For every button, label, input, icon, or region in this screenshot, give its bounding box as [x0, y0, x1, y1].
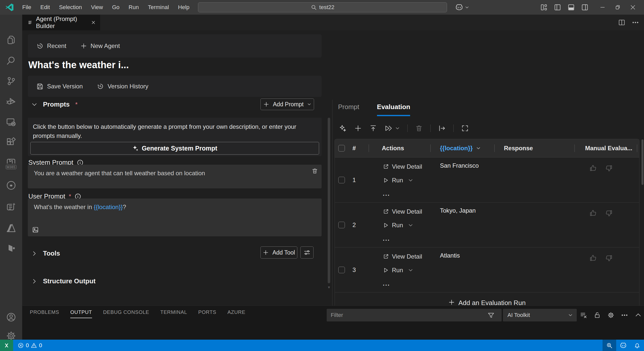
prompts-section-header[interactable]: Prompts *: [31, 101, 78, 108]
recent-button[interactable]: Recent: [36, 42, 66, 49]
view-detail-button[interactable]: View Detail: [383, 208, 430, 215]
command-center-search[interactable]: test22: [198, 2, 447, 12]
panel-tab-output[interactable]: OUTPUT: [70, 309, 92, 318]
run-all-button[interactable]: [385, 124, 400, 132]
split-editor-icon[interactable]: [618, 19, 625, 26]
run-debug-icon[interactable]: [6, 96, 16, 107]
toggle-primary-sidebar-icon[interactable]: [554, 4, 561, 11]
copilot-status-icon[interactable]: [616, 340, 630, 351]
output-filter-input[interactable]: [327, 309, 502, 321]
thumbs-down-icon[interactable]: [605, 164, 613, 202]
menu-edit[interactable]: Edit: [37, 3, 53, 12]
panel-settings-gear-icon[interactable]: [607, 312, 614, 319]
version-history-button[interactable]: Version History: [97, 83, 148, 90]
accounts-icon[interactable]: [6, 312, 16, 322]
run-button[interactable]: Run: [383, 267, 430, 274]
restore-icon[interactable]: [610, 0, 625, 15]
output-channel-select[interactable]: AI Toolkit: [503, 309, 577, 321]
menu-view[interactable]: View: [87, 3, 106, 12]
github-icon[interactable]: [6, 180, 16, 190]
m365-toolkit-icon[interactable]: M365: [6, 158, 16, 169]
row-checkbox[interactable]: [338, 222, 345, 228]
lock-scroll-icon[interactable]: [594, 312, 601, 319]
thumbs-down-icon[interactable]: [605, 254, 613, 292]
run-button[interactable]: Run: [383, 222, 430, 229]
settings-gear-icon[interactable]: [6, 331, 16, 341]
row-checkbox[interactable]: [338, 267, 345, 273]
menu-file[interactable]: File: [19, 3, 35, 12]
panel-tab-problems[interactable]: PROBLEMS: [30, 309, 59, 318]
structure-output-section-header[interactable]: Structure Output: [31, 277, 96, 285]
teams-toolkit-icon[interactable]: [6, 202, 16, 212]
maximize-panel-icon[interactable]: [635, 312, 642, 319]
user-prompt-textarea[interactable]: What's the weather in {{location}}?: [28, 198, 322, 236]
thumbs-up-icon[interactable]: [589, 254, 597, 292]
panel-tab-azure[interactable]: AZURE: [228, 309, 246, 318]
tab-evaluation[interactable]: Evaluation: [377, 103, 410, 116]
menu-run[interactable]: Run: [125, 3, 142, 12]
filter-funnel-icon[interactable]: [487, 312, 495, 319]
remote-indicator[interactable]: [0, 340, 13, 351]
more-options-button[interactable]: ...: [383, 235, 430, 242]
view-detail-button[interactable]: View Detail: [383, 253, 430, 260]
import-dataset-icon[interactable]: [369, 124, 377, 132]
panel-tab-terminal[interactable]: TERMINAL: [160, 309, 187, 318]
ai-toolkit-icon[interactable]: [6, 243, 16, 253]
panel-tab-ports[interactable]: PORTS: [198, 309, 216, 318]
azure-icon[interactable]: [6, 223, 16, 233]
menu-go[interactable]: Go: [108, 3, 123, 12]
col-location[interactable]: {{location}}: [440, 145, 473, 152]
save-version-button[interactable]: Save Version: [36, 83, 83, 90]
menu-terminal[interactable]: Terminal: [144, 3, 172, 12]
toggle-panel-icon[interactable]: [568, 4, 575, 11]
notifications-bell-icon[interactable]: [630, 340, 644, 351]
tab-agent-prompt-builder[interactable]: Agent (Prompt) Builder: [22, 15, 101, 30]
tab-prompt[interactable]: Prompt: [338, 103, 359, 116]
search-view-icon[interactable]: [6, 56, 16, 66]
fullscreen-icon[interactable]: [461, 124, 469, 132]
clear-output-icon[interactable]: [580, 312, 587, 319]
explorer-icon[interactable]: [6, 35, 16, 45]
export-dataset-icon[interactable]: [438, 124, 446, 132]
run-button[interactable]: Run: [383, 177, 430, 184]
trash-icon[interactable]: [312, 168, 318, 174]
close-window-icon[interactable]: [625, 0, 640, 15]
scroll-down-arrow-icon[interactable]: ▾: [328, 285, 330, 290]
tools-section-header[interactable]: Tools: [31, 249, 60, 257]
problems-status[interactable]: 0 0: [18, 342, 42, 349]
add-prompt-button[interactable]: Add Prompt: [260, 98, 314, 110]
chevron-down-icon[interactable]: [476, 146, 481, 151]
extensions-icon[interactable]: [6, 137, 16, 147]
customize-layout-icon[interactable]: [540, 4, 547, 11]
tool-settings-button[interactable]: [300, 246, 314, 259]
add-row-icon[interactable]: [354, 124, 362, 132]
close-tab-icon[interactable]: [91, 20, 96, 25]
more-options-button[interactable]: ...: [383, 280, 430, 287]
more-actions-icon[interactable]: [632, 19, 639, 26]
more-options-button[interactable]: ...: [383, 190, 430, 197]
zoom-status-item[interactable]: [603, 340, 616, 351]
builder-scrollbar[interactable]: [328, 118, 330, 283]
generate-data-sparkle-icon[interactable]: [339, 124, 347, 132]
system-prompt-textarea[interactable]: You are a weather agent that can tell we…: [28, 165, 322, 188]
remote-explorer-icon[interactable]: [6, 117, 16, 127]
thumbs-up-icon[interactable]: [589, 209, 597, 247]
thumbs-down-icon[interactable]: [605, 209, 613, 247]
menu-help[interactable]: Help: [174, 3, 193, 12]
copilot-menu[interactable]: [455, 0, 469, 15]
minimize-icon[interactable]: [595, 0, 610, 15]
menu-selection[interactable]: Selection: [55, 3, 85, 12]
add-image-icon[interactable]: [32, 226, 39, 233]
view-detail-button[interactable]: View Detail: [383, 163, 430, 170]
generate-system-prompt-button[interactable]: Generate System Prompt: [30, 142, 319, 155]
toggle-secondary-sidebar-icon[interactable]: [581, 4, 588, 11]
panel-tab-debug-console[interactable]: DEBUG CONSOLE: [103, 309, 149, 318]
add-evaluation-run-button[interactable]: Add an Evaluation Run: [335, 292, 639, 306]
row-checkbox[interactable]: [338, 177, 345, 183]
source-control-icon[interactable]: [6, 76, 16, 86]
table-scrollbar[interactable]: [641, 139, 643, 185]
thumbs-up-icon[interactable]: [589, 164, 597, 202]
select-all-checkbox[interactable]: [338, 145, 345, 152]
new-agent-button[interactable]: New Agent: [80, 42, 120, 49]
add-tool-button[interactable]: Add Tool: [260, 246, 297, 259]
